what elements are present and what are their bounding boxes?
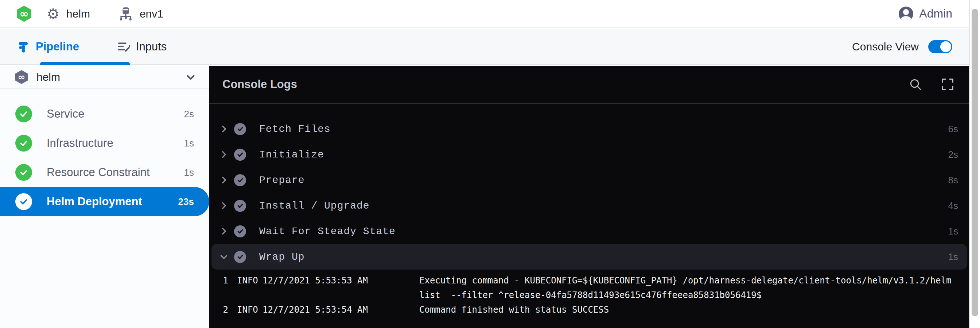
pipeline-hexagon-icon: ∞: [15, 70, 28, 84]
console-step-duration: 2s: [948, 149, 958, 160]
user-name: Admin: [919, 7, 952, 21]
sidebar-step-resource-constraint[interactable]: Resource Constraint 1s: [0, 158, 209, 187]
active-tab-indicator: [40, 62, 130, 65]
pipeline-name: helm: [37, 71, 60, 83]
tab-pipeline-label: Pipeline: [36, 40, 79, 53]
tab-inputs-label: Inputs: [136, 40, 167, 53]
console-step-label: Wrap Up: [259, 251, 305, 262]
chevron-down-icon: [219, 252, 229, 261]
scrollbar-thumb[interactable]: [972, 9, 978, 316]
log-message: Executing command - KUBECONFIG=${KUBECON…: [419, 273, 967, 302]
console-step-initialize[interactable]: Initialize 2s: [209, 142, 969, 167]
fullscreen-icon[interactable]: [940, 77, 955, 91]
success-check-icon: [234, 174, 246, 186]
log-line-number: 2: [209, 302, 228, 317]
sidebar-step-helm-deployment[interactable]: Helm Deployment 23s: [0, 187, 209, 216]
page-scrollbar[interactable]: [969, 0, 980, 328]
console-step-wait-for-steady-state[interactable]: Wait For Steady State 1s: [209, 218, 969, 244]
chevron-right-icon: [219, 175, 229, 185]
success-check-icon: [234, 251, 246, 263]
user-menu[interactable]: Admin: [899, 6, 952, 21]
chevron-down-icon[interactable]: [185, 71, 197, 83]
success-check-icon: [15, 106, 32, 122]
success-check-icon: [15, 193, 32, 210]
console-step-wrap-up[interactable]: Wrap Up 1s: [212, 244, 967, 270]
log-level: INFO: [237, 273, 262, 302]
success-check-icon: [234, 123, 246, 135]
success-check-icon: [234, 149, 246, 161]
top-bar: ∞ ⚙ helm env1 Admin: [0, 0, 969, 28]
page: ∞ ⚙ helm env1 Admin P: [0, 0, 980, 328]
console-step-label: Wait For Steady State: [259, 226, 396, 237]
success-check-icon: [15, 164, 32, 181]
log-line-number: 1: [209, 273, 228, 302]
console-step-duration: 6s: [948, 123, 958, 135]
success-check-icon: [15, 135, 32, 152]
chevron-right-icon: [219, 226, 229, 236]
tab-inputs[interactable]: Inputs: [117, 29, 167, 64]
step-duration: 2s: [184, 109, 194, 120]
console-step-prepare[interactable]: Prepare 8s: [209, 167, 969, 193]
toggle-knob: [940, 41, 951, 52]
environment-icon: [118, 6, 133, 21]
pipeline-group-header[interactable]: ∞ helm: [0, 66, 209, 89]
console-view-label: Console View: [852, 40, 919, 53]
step-label: Helm Deployment: [47, 195, 142, 208]
step-duration: 1s: [184, 138, 194, 149]
harness-pipeline-icon: ∞: [17, 6, 31, 22]
console-logs-panel: Console Logs: [209, 66, 969, 328]
console-step-duration: 8s: [948, 174, 958, 186]
console-step-label: Prepare: [259, 174, 305, 186]
step-label: Infrastructure: [47, 137, 113, 150]
log-level: INFO: [237, 302, 262, 317]
success-check-icon: [234, 226, 246, 237]
console-step-duration: 4s: [948, 200, 958, 211]
console-step-duration: 1s: [948, 226, 958, 237]
console-view-toggle[interactable]: [928, 40, 952, 53]
success-check-icon: [234, 200, 246, 212]
execution-sidebar: ∞ helm Service 2s Inf: [0, 66, 209, 328]
pipeline-icon: [17, 40, 30, 53]
step-duration: 23s: [178, 196, 194, 208]
chevron-right-icon: [219, 201, 229, 210]
sidebar-step-service[interactable]: Service 2s: [0, 99, 209, 128]
tab-pipeline[interactable]: Pipeline: [17, 29, 79, 64]
console-step-install-upgrade[interactable]: Install / Upgrade 4s: [209, 193, 969, 218]
log-line: 1 INFO 12/7/2021 5:53:53 AM Executing co…: [209, 273, 969, 302]
log-message: Command finished with status SUCCESS: [419, 302, 609, 317]
chevron-right-icon: [219, 124, 229, 134]
sidebar-step-infrastructure[interactable]: Infrastructure 1s: [0, 128, 209, 158]
step-duration: 1s: [184, 167, 194, 178]
step-label: Resource Constraint: [47, 166, 150, 179]
search-icon[interactable]: [908, 77, 923, 91]
project-name[interactable]: helm: [66, 8, 90, 20]
step-label: Service: [47, 107, 84, 120]
console-step-list: Fetch Files 6s Initialize 2s Pre: [209, 104, 969, 270]
log-timestamp: 12/7/2021 5:53:53 AM: [262, 273, 372, 302]
chevron-right-icon: [219, 150, 229, 159]
gear-icon[interactable]: ⚙: [47, 6, 60, 21]
log-timestamp: 12/7/2021 5:53:54 AM: [262, 302, 372, 317]
log-line: 2 INFO 12/7/2021 5:53:54 AM Command fini…: [209, 302, 969, 317]
console-step-duration: 1s: [948, 251, 958, 262]
tab-bar: Pipeline Inputs Console View: [0, 29, 969, 65]
console-step-label: Install / Upgrade: [259, 200, 370, 211]
user-avatar-icon: [899, 6, 913, 21]
inputs-icon: [117, 40, 130, 53]
console-header: Console Logs: [209, 66, 969, 104]
console-title: Console Logs: [223, 78, 297, 91]
environment-name[interactable]: env1: [140, 8, 163, 20]
log-output: 1 INFO 12/7/2021 5:53:53 AM Executing co…: [209, 270, 969, 317]
console-step-fetch-files[interactable]: Fetch Files 6s: [209, 116, 969, 142]
console-step-label: Fetch Files: [259, 123, 331, 135]
step-list: Service 2s Infrastructure 1s Resource Co…: [0, 89, 209, 216]
console-step-label: Initialize: [259, 149, 324, 160]
